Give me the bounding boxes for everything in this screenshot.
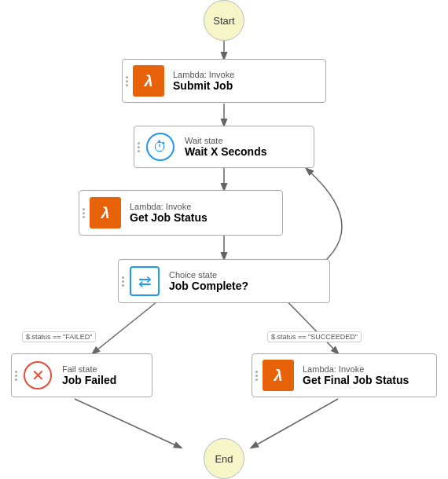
wait-icon: ⏱ [146, 133, 174, 161]
choice-icon-box: ⇄ [127, 263, 163, 299]
svg-line-7 [252, 399, 338, 448]
drag-handle [123, 60, 130, 102]
node-type: Wait state [185, 136, 267, 145]
lambda-icon-3: λ [263, 360, 294, 391]
node-name: Job Complete? [169, 280, 248, 292]
svg-line-6 [75, 399, 181, 448]
node-name: Submit Job [173, 79, 234, 92]
fail-icon: ✕ [24, 361, 52, 389]
choice-icon: ⇄ [130, 266, 160, 296]
drag-handle [79, 191, 87, 235]
submit-job-label: Lambda: Invoke Submit Job [167, 67, 241, 95]
node-type: Choice state [169, 270, 248, 280]
final-status-node[interactable]: λ Lambda: Invoke Get Final Job Status [252, 353, 437, 397]
start-label: Start [213, 15, 234, 27]
get-status-label: Lambda: Invoke Get Job Status [123, 199, 214, 227]
lambda-icon-2: λ [90, 197, 121, 229]
wait-icon-box: ⏱ [142, 129, 178, 165]
node-name: Get Job Status [130, 211, 207, 224]
start-node: Start [204, 0, 244, 41]
node-name: Get Final Job Status [303, 374, 409, 386]
lambda-icon: λ [133, 65, 164, 97]
wait-state-node[interactable]: ⏱ Wait state Wait X Seconds [134, 126, 314, 168]
node-type: Lambda: Invoke [173, 70, 234, 79]
node-name: Job Failed [62, 374, 116, 386]
workflow-diagram: Start λ Lambda: Invoke Submit Job [0, 0, 448, 479]
fail-icon-box: ✕ [20, 357, 56, 393]
failed-condition-label: $.status == "FAILED" [22, 331, 96, 342]
drag-handle [119, 260, 127, 302]
lambda-icon-box-2: λ [87, 195, 123, 231]
drag-handle [134, 126, 142, 167]
get-status-node[interactable]: λ Lambda: Invoke Get Job Status [79, 190, 283, 236]
fail-label: Fail state Job Failed [56, 361, 123, 389]
node-type: Lambda: Invoke [130, 202, 207, 211]
drag-handle [252, 354, 260, 397]
wait-label: Wait state Wait X Seconds [178, 133, 274, 161]
lambda-icon-box: λ [130, 63, 167, 99]
succeeded-condition-label: $.status == "SUCCEEDED" [267, 331, 362, 342]
node-name: Wait X Seconds [185, 145, 267, 158]
choice-node[interactable]: ⇄ Choice state Job Complete? [118, 259, 330, 303]
end-label: End [215, 453, 233, 465]
final-status-label: Lambda: Invoke Get Final Job Status [296, 361, 415, 389]
end-node: End [204, 438, 244, 479]
node-type: Fail state [62, 364, 116, 374]
lambda-icon-box-3: λ [260, 357, 296, 393]
drag-handle [12, 354, 20, 397]
choice-label: Choice state Job Complete? [163, 267, 255, 295]
fail-node[interactable]: ✕ Fail state Job Failed [11, 353, 152, 397]
submit-job-node[interactable]: λ Lambda: Invoke Submit Job [122, 59, 326, 103]
node-type: Lambda: Invoke [303, 364, 409, 374]
